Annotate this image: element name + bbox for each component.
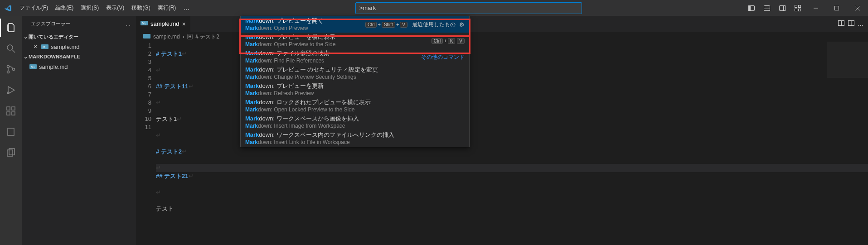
markdown-file-icon: M↓ <box>41 43 49 51</box>
explorer-title: エクスプローラー <box>31 20 71 27</box>
svg-point-18 <box>13 68 15 71</box>
explorer-header: エクスプローラー … <box>22 16 136 32</box>
menu-edit[interactable]: 編集(E) <box>52 0 77 16</box>
activity-scm-icon[interactable] <box>0 60 22 78</box>
svg-point-14 <box>7 45 13 50</box>
keybinding: Ctrl+Shift+V <box>365 22 407 28</box>
menu-file[interactable]: ファイル(F) <box>16 0 52 16</box>
line-gutter: 1234567891011 <box>136 42 156 245</box>
activity-book-icon[interactable] <box>0 123 22 141</box>
svg-point-16 <box>7 66 10 68</box>
menu-more[interactable]: … <box>179 0 193 16</box>
layout-panel-icon[interactable] <box>759 0 775 16</box>
svg-rect-38 <box>143 34 150 38</box>
svg-rect-1 <box>749 5 751 10</box>
file-tree-filename: sample.md <box>39 63 68 70</box>
palette-item[interactable]: Markdown: プレビューを更新Markdown: Refresh Prev… <box>241 82 469 98</box>
svg-line-15 <box>12 50 15 53</box>
svg-rect-3 <box>764 9 770 10</box>
customize-layout-icon[interactable] <box>790 0 805 16</box>
gear-icon[interactable]: ⚙ <box>459 21 465 28</box>
menu-select[interactable]: 選択(S) <box>77 0 102 16</box>
svg-rect-23 <box>12 112 15 115</box>
chevron-down-icon: ⌄ <box>24 34 28 40</box>
palette-item[interactable]: Markdown: ワークスペースから画像を挿入Markdown: Insert… <box>241 114 469 130</box>
svg-rect-25 <box>8 128 14 135</box>
recent-label: 最近使用したもの <box>412 21 456 29</box>
layout-secondary-icon[interactable] <box>775 0 790 16</box>
window-maximize[interactable] <box>826 0 847 16</box>
svg-rect-26 <box>7 150 13 156</box>
minimap[interactable] <box>827 42 868 78</box>
svg-rect-2 <box>764 5 770 10</box>
vscode-logo <box>0 0 16 16</box>
palette-item[interactable]: Markdown: プレビューを横に表示Markdown: Open Previ… <box>241 33 469 49</box>
svg-text:M↓: M↓ <box>31 65 35 68</box>
titlebar-left: ファイル(F) 編集(E) 選択(S) 表示(V) 移動(G) 実行(R) … <box>0 0 193 16</box>
menu-bar: ファイル(F) 編集(E) 選択(S) 表示(V) 移動(G) 実行(R) … <box>16 0 193 16</box>
svg-point-17 <box>7 71 10 73</box>
svg-rect-21 <box>7 107 10 110</box>
open-preview-icon[interactable] <box>838 19 845 28</box>
project-name: MARKDOWNSAMPLE <box>29 54 80 59</box>
chevron-down-icon: ⌄ <box>24 54 28 60</box>
menu-go[interactable]: 移動(G) <box>128 0 154 16</box>
svg-rect-4 <box>780 5 786 10</box>
menu-run[interactable]: 実行(R) <box>154 0 180 16</box>
svg-text:M↓: M↓ <box>142 22 146 25</box>
window-minimize[interactable] <box>805 0 826 16</box>
project-header[interactable]: ⌄MARKDOWNSAMPLE <box>22 52 136 62</box>
markdown-file-icon: M↓ <box>141 19 148 28</box>
svg-rect-6 <box>795 5 797 7</box>
svg-rect-5 <box>784 5 786 10</box>
svg-rect-9 <box>799 9 801 11</box>
svg-text:M↓: M↓ <box>43 45 47 48</box>
more-actions-icon[interactable]: … <box>858 20 863 27</box>
close-icon[interactable]: × <box>32 43 39 50</box>
layout-primary-icon[interactable] <box>744 0 759 16</box>
markdown-file-icon: M↓ <box>29 62 37 71</box>
breadcrumb-symbol: # テスト2 <box>195 33 219 41</box>
svg-rect-11 <box>835 6 839 10</box>
titlebar-center <box>193 2 744 14</box>
svg-rect-24 <box>12 107 15 110</box>
other-commands-link[interactable]: その他のコマンド <box>421 53 465 61</box>
open-editor-item[interactable]: × M↓ sample.md <box>22 42 136 52</box>
tab-filename: sample.md <box>150 20 179 27</box>
command-input[interactable] <box>355 2 582 14</box>
titlebar-right <box>744 0 868 16</box>
svg-rect-22 <box>7 112 10 115</box>
activity-files-icon[interactable] <box>0 144 22 162</box>
palette-item[interactable]: Markdown: ロックされたプレビューを横に表示Markdown: Open… <box>241 98 469 114</box>
activity-bar <box>0 16 22 245</box>
breadcrumb-file: sample.md <box>153 34 180 40</box>
chevron-right-icon: › <box>183 34 184 40</box>
close-icon[interactable]: × <box>182 20 186 28</box>
menu-view[interactable]: 表示(V) <box>102 0 128 16</box>
svg-rect-27 <box>9 149 15 155</box>
activity-explorer-icon[interactable] <box>0 19 22 37</box>
explorer-more-icon[interactable]: … <box>126 21 131 27</box>
palette-item[interactable]: Markdown: ファイル参照の検索Markdown: Find File R… <box>241 49 469 65</box>
split-editor-icon[interactable] <box>848 19 855 28</box>
open-editors-header[interactable]: ⌄開いているエディター <box>22 32 136 42</box>
heading-symbol-icon: H <box>187 34 193 39</box>
command-palette: Markdown: プレビューを開くMarkdown: Open Preview… <box>240 16 470 147</box>
palette-item[interactable]: Markdown: ワークスペース内のファイルへリンクの挿入Markdown: … <box>241 130 469 147</box>
svg-rect-35 <box>842 21 844 26</box>
keybinding: Ctrl+K V <box>432 38 465 44</box>
svg-rect-34 <box>839 21 841 26</box>
palette-item[interactable]: Markdown: プレビュー のセキュリティ設定を変更Markdown: Ch… <box>241 65 469 82</box>
open-editors-label: 開いているエディター <box>29 34 78 40</box>
editor-tab[interactable]: M↓ sample.md × <box>136 16 191 32</box>
titlebar: ファイル(F) 編集(E) 選択(S) 表示(V) 移動(G) 実行(R) … <box>0 0 868 16</box>
activity-search-icon[interactable] <box>0 39 22 58</box>
open-editor-filename: sample.md <box>51 43 80 50</box>
svg-rect-7 <box>799 5 801 7</box>
activity-debug-icon[interactable] <box>0 81 22 99</box>
file-tree-item[interactable]: M↓ sample.md <box>22 62 136 72</box>
window-close[interactable] <box>847 0 868 16</box>
activity-extensions-icon[interactable] <box>0 102 22 120</box>
palette-item[interactable]: Markdown: プレビューを開くMarkdown: Open Preview… <box>241 16 469 33</box>
markdown-file-icon <box>143 33 150 41</box>
